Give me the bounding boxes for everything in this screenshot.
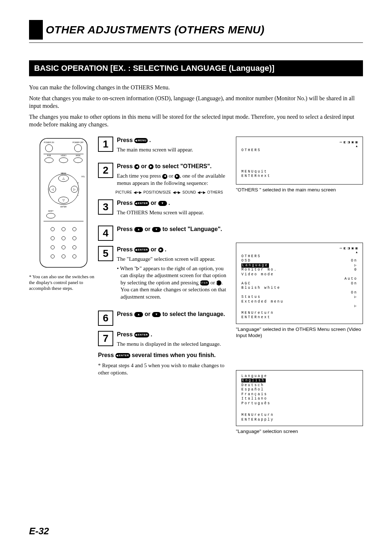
step-heading: Press ▲ or ▼ to select the language. [117, 311, 232, 318]
svg-text:VIDEO: VIDEO [61, 154, 66, 157]
down-button-icon: ▼ [152, 227, 161, 232]
title-underline [29, 42, 363, 43]
enter-button-icon: ENTER [134, 332, 149, 337]
text: Press [117, 226, 134, 232]
svg-text:−: − [77, 194, 79, 197]
svg-point-32 [51, 236, 54, 240]
section-banner: BASIC OPERATION [EX. : SELECTING LANGUAG… [29, 60, 363, 76]
double-arrow-icon: ◀━▶ [134, 190, 142, 194]
text: Press [98, 352, 115, 358]
step-number: 2 [98, 163, 113, 178]
text: Press [117, 311, 134, 317]
text: . [151, 331, 152, 337]
screen-row: Extended menu [241, 300, 358, 304]
step-heading: Press ENTER or ▶ . [117, 246, 232, 254]
double-arrow-icon: ◀━▶ [197, 190, 206, 194]
svg-text:POWER ON: POWER ON [44, 141, 54, 143]
step-heading: Press ENTER . [117, 331, 232, 339]
text: or [167, 173, 175, 179]
screen-hint: MENUreturn [241, 413, 358, 418]
text: Press [117, 246, 134, 252]
svg-text:△: △ [62, 177, 65, 180]
page-number: E-32 [29, 526, 49, 537]
content-row: POWER ON POWER OFF RGB VIDEO WIDE △ MENU… [29, 137, 363, 444]
sequence-item: POSITION/SIZE [143, 190, 171, 194]
screen-row: Monitor No.0 [241, 268, 358, 272]
svg-text:VOL: VOL [81, 175, 85, 178]
step-description: The main menu screen will appear. [117, 146, 232, 154]
svg-text:POWER OFF: POWER OFF [73, 141, 83, 143]
svg-text:WIDE: WIDE [75, 154, 81, 157]
step-heading: Press MENU . [117, 137, 232, 144]
svg-point-35 [51, 246, 54, 249]
text: to select the language. [162, 311, 225, 317]
intro-paragraph-3: The changes you make to other options in… [29, 113, 363, 129]
screen-tab-icons: ▭ ◧ ◨ ▣ ▦ [241, 141, 358, 145]
text: or [151, 200, 158, 206]
text: Press [117, 200, 134, 206]
sequence-item: OTHERS [207, 190, 223, 194]
screen-row: Language [241, 374, 358, 379]
double-arrow-icon: ◀━▶ [173, 190, 181, 194]
down-button-icon: ▼ [158, 201, 167, 206]
screen-row: ▷ [241, 304, 358, 309]
svg-text:RGB: RGB [47, 154, 52, 157]
svg-point-37 [73, 246, 76, 249]
screens-column: ▭ ◧ ◨ ▣ ▦ ▲ OTHERS MENUquit ENTERnext "O… [232, 137, 363, 444]
screen-rows: OSDOnLanguage▷Monitor No.0Video modeAuto… [241, 259, 358, 309]
final-note: * Repeat steps 4 and 5 when you wish to … [98, 362, 232, 376]
text: or [145, 311, 152, 317]
left-button-icon: ◀ [162, 174, 167, 179]
enter-button-icon: ENTER [200, 280, 209, 285]
step-number: 5 [98, 246, 113, 261]
enter-button-icon: ENTER [134, 247, 149, 252]
text: to select "Language". [162, 226, 222, 232]
label: ENTER [138, 201, 148, 206]
step-heading: Press ◀ or ▶ to select "OTHERS". [117, 163, 232, 170]
step-2: 2 Press ◀ or ▶ to select "OTHERS". Each … [98, 163, 232, 187]
svg-point-29 [51, 227, 54, 231]
svg-text:▷: ▷ [73, 188, 76, 191]
screen-row: Video mode [241, 272, 358, 277]
screen-row: Language▷ [241, 263, 358, 268]
svg-text:▽: ▽ [62, 199, 65, 202]
screen-mockup-3: LanguageEnglishDeutschEspañolFrançaisIta… [236, 370, 363, 426]
screen-row: OSDOn [241, 259, 358, 263]
menu-button-icon: MENU [134, 138, 148, 143]
step-5: 5 Press ENTER or ▶ . The "Language" sele… [98, 246, 232, 300]
remote-diagram: POWER ON POWER OFF RGB VIDEO WIDE △ MENU… [36, 137, 91, 271]
screen-row: Status▷ [241, 295, 358, 300]
text: . [149, 137, 151, 143]
up-button-icon: ▲ [134, 312, 143, 317]
right-button-icon: ▶ [216, 280, 221, 285]
svg-point-8 [59, 158, 68, 163]
screen-hint: ENTERapply [241, 418, 358, 422]
final-block: Press ENTER several times when you finis… [98, 351, 232, 376]
screen-hint: ENTERnext [241, 315, 358, 320]
left-button-icon: ◀ [134, 164, 139, 169]
screen-mockup-1: ▭ ◧ ◨ ▣ ▦ ▲ OTHERS MENUquit ENTERnext [236, 137, 363, 185]
text: Each time you press [117, 173, 162, 179]
text: Press [117, 163, 134, 169]
manual-page: OTHER ADJUSTMENTS (OTHERS MENU) BASIC OP… [0, 0, 392, 555]
step-number: 1 [98, 137, 113, 152]
screen-hint: MENUquit [241, 170, 358, 174]
svg-text:MENU: MENU [61, 172, 66, 174]
step-6: 6 Press ▲ or ▼ to select the language. [98, 311, 232, 326]
svg-point-30 [62, 227, 65, 231]
step-number: 3 [98, 199, 113, 215]
up-button-icon: ▲ [134, 227, 143, 232]
step-4: 4 Press ▲ or ▼ to select "Language". [98, 226, 232, 241]
svg-point-34 [73, 236, 76, 240]
text: When " [120, 266, 137, 271]
svg-point-31 [73, 227, 76, 231]
svg-point-10 [74, 158, 82, 163]
step-number: 4 [98, 226, 113, 241]
screen-rows: LanguageEnglishDeutschEspañolFrançaisIta… [241, 374, 358, 406]
screen-row: On [241, 291, 358, 295]
screen-row: AGCOn [241, 281, 358, 286]
svg-point-3 [74, 145, 82, 152]
screen-title: OTHERS [241, 254, 358, 259]
remote-footnote: * You can also use the switches on the d… [29, 274, 98, 292]
label: ENTER [138, 247, 148, 252]
